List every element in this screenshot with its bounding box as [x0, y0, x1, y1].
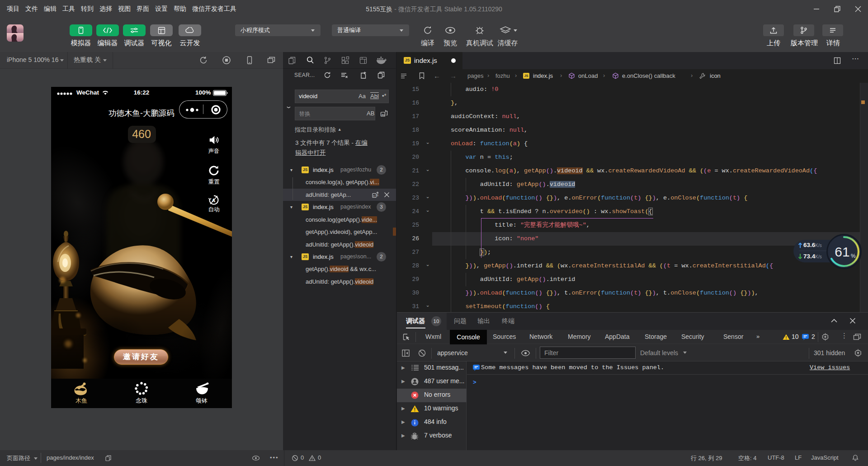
svg-text:%: %	[851, 253, 856, 259]
svg-text:ac: ac	[382, 113, 385, 116]
svg-text:b: b	[377, 194, 378, 197]
svg-text:c: c	[373, 194, 375, 197]
svg-text:61: 61	[835, 244, 849, 259]
